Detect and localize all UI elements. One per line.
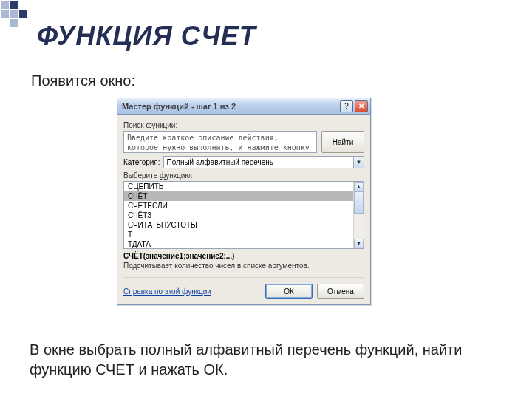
dialog-titlebar[interactable]: Мастер функций - шаг 1 из 2 ? ✕ bbox=[117, 98, 370, 115]
list-item[interactable]: СЦЕПИТЬ bbox=[124, 182, 353, 191]
function-wizard-dialog: Мастер функций - шаг 1 из 2 ? ✕ ППоиск ф… bbox=[117, 98, 371, 305]
search-label: ППоиск функции:оиск функции: bbox=[123, 121, 364, 129]
slide-caption-above: Появится окно: bbox=[31, 72, 135, 89]
select-function-label: Выберите функцию:Выберите функцию: bbox=[123, 171, 364, 180]
function-listbox[interactable]: СЦЕПИТЬСЧЁТСЧЁТЕСЛИСЧЁТЗСЧИТАТЬПУСТОТЫТТ… bbox=[123, 181, 364, 249]
dialog-title: Мастер функций - шаг 1 из 2 bbox=[122, 102, 338, 111]
find-button[interactable]: ННайтиайти bbox=[321, 131, 364, 153]
category-value: Полный алфавитный перечень bbox=[164, 158, 353, 166]
function-description: Подсчитывает количество чисел в списке а… bbox=[123, 262, 364, 270]
list-item[interactable]: СЧЁТЗ bbox=[124, 211, 353, 220]
function-signature: СЧЁТ(значение1;значение2;...) bbox=[123, 252, 364, 260]
ok-button[interactable]: ОК bbox=[265, 284, 313, 299]
list-item[interactable]: СЧЁТЕСЛИ bbox=[124, 201, 353, 211]
listbox-scrollbar[interactable]: ▲ ▼ bbox=[353, 182, 364, 248]
list-item[interactable]: ТДАТА bbox=[124, 239, 353, 248]
cancel-button[interactable]: Отмена bbox=[317, 284, 364, 299]
scrollbar-thumb[interactable] bbox=[354, 191, 364, 214]
slide-caption-below: В окне выбрать полный алфавитный перечен… bbox=[30, 340, 502, 380]
scroll-down-icon[interactable]: ▼ bbox=[354, 239, 364, 248]
slide-title: ФУНКЦИЯ СЧЕТ bbox=[37, 21, 256, 52]
list-item[interactable]: СЧИТАТЬПУСТОТЫ bbox=[124, 220, 353, 230]
chevron-down-icon[interactable]: ▼ bbox=[353, 157, 364, 168]
scroll-up-icon[interactable]: ▲ bbox=[354, 182, 364, 191]
help-link[interactable]: Справка по этой функции bbox=[123, 287, 211, 296]
help-button[interactable]: ? bbox=[340, 100, 353, 112]
close-button[interactable]: ✕ bbox=[355, 100, 368, 112]
list-item[interactable]: СЧЁТ bbox=[124, 191, 353, 201]
category-combo[interactable]: Полный алфавитный перечень ▼ bbox=[163, 156, 364, 168]
search-input[interactable]: Введите краткое описание действия, котор… bbox=[123, 131, 317, 153]
slide-corner-decoration bbox=[0, 0, 37, 22]
list-item[interactable]: Т bbox=[124, 230, 353, 239]
category-label: Категория:Категория: bbox=[123, 158, 160, 166]
